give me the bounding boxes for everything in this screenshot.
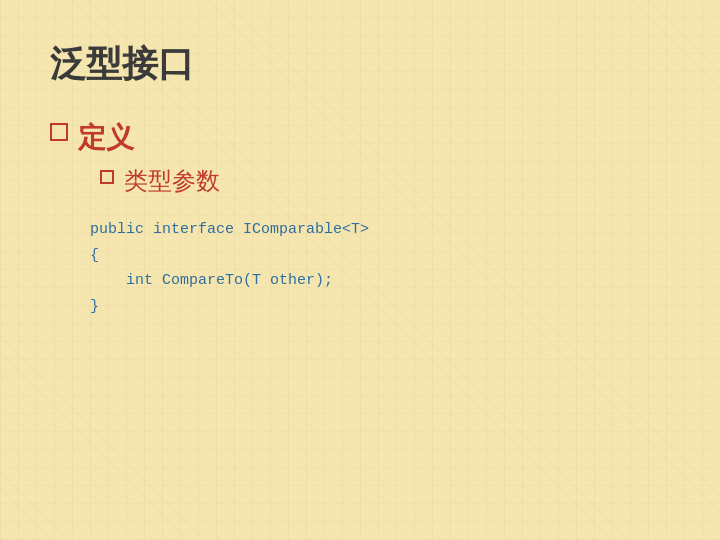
bullet-level1: 定义 — [50, 119, 670, 157]
code-line-2: { — [90, 243, 670, 269]
bullet1-icon — [50, 123, 68, 141]
code-block: public interface IComparable<T> { int Co… — [90, 217, 670, 319]
bullet2-icon — [100, 170, 114, 184]
bullet2-text: 类型参数 — [124, 165, 220, 197]
bullet-level2: 类型参数 — [100, 165, 670, 197]
slide-title: 泛型接口 — [50, 40, 670, 89]
code-line-3: int CompareTo(T other); — [90, 268, 670, 294]
code-line-4: } — [90, 294, 670, 320]
bullet1-text: 定义 — [78, 119, 134, 157]
slide: 泛型接口 定义 类型参数 public interface IComparabl… — [0, 0, 720, 540]
code-line-1: public interface IComparable<T> — [90, 217, 670, 243]
